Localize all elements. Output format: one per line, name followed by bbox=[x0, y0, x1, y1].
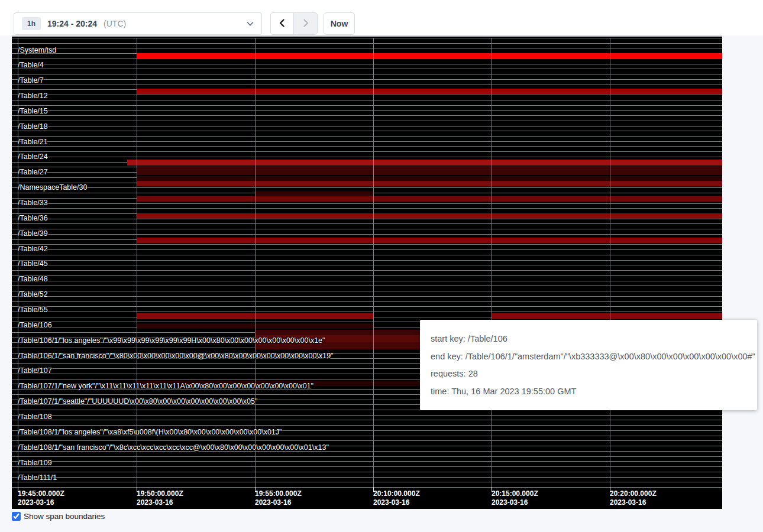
span-boundary-line bbox=[12, 306, 722, 307]
span-label: /Table/106 bbox=[18, 322, 52, 329]
heat-band bbox=[137, 176, 722, 180]
span-boundary-line bbox=[12, 291, 722, 291]
span-boundary-line bbox=[12, 126, 722, 126]
span-label: /Table/7 bbox=[18, 77, 44, 85]
span-label: /Table/39 bbox=[18, 230, 48, 238]
time-range-picker[interactable]: 1h 19:24 - 20:24 (UTC) bbox=[14, 12, 262, 35]
span-boundary-line bbox=[12, 121, 722, 121]
span-label: /System/tsd bbox=[18, 47, 56, 54]
span-label: /Table/12 bbox=[18, 92, 48, 100]
chevron-right-icon bbox=[300, 18, 311, 30]
span-label: /Table/24 bbox=[18, 153, 48, 161]
span-boundary-line bbox=[12, 270, 722, 271]
duration-badge: 1h bbox=[22, 17, 41, 30]
tooltip-requests: requests: 28 bbox=[431, 369, 746, 378]
heat-band bbox=[137, 238, 722, 243]
previous-interval-button[interactable] bbox=[270, 12, 294, 35]
axis-time-label: 19:45:00.000Z2023-03-16 bbox=[18, 489, 64, 507]
show-span-boundaries-checkbox[interactable] bbox=[12, 512, 21, 521]
span-boundary-line bbox=[12, 244, 722, 245]
span-boundary-line bbox=[12, 466, 722, 467]
axis-time-label: 20:15:00.000Z2023-03-16 bbox=[492, 489, 538, 507]
span-boundary-line bbox=[12, 100, 722, 100]
time-gridline bbox=[255, 38, 256, 487]
time-gridline bbox=[137, 38, 137, 487]
span-boundary-line bbox=[12, 69, 722, 69]
span-boundary-line bbox=[12, 38, 722, 38]
span-boundary-line bbox=[12, 249, 722, 250]
heatmap[interactable]: 19:45:00.000Z2023-03-1619:50:00.000Z2023… bbox=[12, 35, 722, 509]
span-boundary-line bbox=[12, 296, 722, 297]
chevron-left-icon bbox=[277, 18, 287, 30]
span-boundary-line bbox=[12, 85, 722, 85]
now-button[interactable]: Now bbox=[324, 12, 355, 35]
span-label: /Table/106/1/"san francisco"/"\x80\x00\x… bbox=[18, 352, 334, 360]
span-boundary-line bbox=[12, 275, 722, 276]
span-boundary-line bbox=[12, 234, 722, 235]
span-boundary-line bbox=[12, 203, 722, 204]
span-boundary-line bbox=[12, 229, 722, 229]
span-label: /Table/33 bbox=[18, 199, 48, 207]
span-boundary-line bbox=[12, 157, 722, 157]
span-label: /Table/21 bbox=[18, 138, 48, 146]
time-nav-group bbox=[270, 12, 318, 35]
span-boundary-line bbox=[12, 301, 722, 302]
span-boundary-line bbox=[12, 477, 722, 478]
span-boundary-line bbox=[12, 312, 722, 312]
time-gridline bbox=[492, 38, 492, 487]
span-label: /Table/111/1 bbox=[18, 474, 57, 482]
span-boundary-line bbox=[12, 115, 722, 116]
span-label: /Table/52 bbox=[18, 291, 48, 299]
span-boundary-line bbox=[12, 281, 722, 281]
span-boundary-line bbox=[12, 260, 722, 261]
show-span-boundaries-label[interactable]: Show span boundaries bbox=[24, 512, 105, 521]
span-label: /Table/4 bbox=[18, 61, 44, 69]
span-label: /Table/45 bbox=[18, 260, 48, 268]
tooltip-start-key: start key: /Table/106 bbox=[431, 334, 746, 343]
span-label: /Table/15 bbox=[18, 108, 48, 115]
heat-band bbox=[137, 196, 722, 202]
span-tooltip: start key: /Table/106 end key: /Table/10… bbox=[420, 320, 757, 410]
span-boundary-line bbox=[12, 425, 722, 426]
span-boundary-line bbox=[12, 265, 722, 265]
span-boundary-line bbox=[12, 482, 722, 482]
span-boundary-line bbox=[12, 472, 722, 472]
heat-band bbox=[137, 181, 722, 186]
span-label: /Table/109 bbox=[18, 459, 52, 467]
timezone-label: (UTC) bbox=[104, 19, 126, 28]
toolbar: 1h 19:24 - 20:24 (UTC) Now bbox=[0, 0, 763, 35]
span-boundary-line bbox=[12, 415, 722, 416]
span-label: /Table/42 bbox=[18, 245, 48, 253]
span-boundary-line bbox=[12, 146, 722, 147]
span-boundary-line bbox=[12, 208, 722, 209]
span-label: /Table/107 bbox=[18, 367, 52, 375]
heat-band bbox=[127, 160, 722, 166]
span-boundary-line bbox=[12, 79, 722, 80]
span-label: /Table/27 bbox=[18, 168, 48, 176]
key-visualizer-page: 1h 19:24 - 20:24 (UTC) Now 19:45:00.000Z… bbox=[0, 0, 763, 532]
span-boundary-line bbox=[12, 131, 722, 131]
heat-band bbox=[492, 313, 722, 319]
span-boundary-line bbox=[12, 74, 722, 74]
time-gridline bbox=[373, 38, 374, 487]
span-boundary-line bbox=[12, 95, 722, 95]
tooltip-end-key: end key: /Table/106/1/"amsterdam"/"\xb33… bbox=[431, 352, 746, 361]
span-boundary-line bbox=[12, 64, 722, 64]
heat-band bbox=[137, 166, 722, 175]
span-boundary-line bbox=[12, 440, 722, 441]
heat-band bbox=[255, 192, 373, 196]
heat-band bbox=[137, 213, 722, 219]
axis-time-label: 19:55:00.000Z2023-03-16 bbox=[255, 489, 302, 507]
span-label: /Table/48 bbox=[18, 275, 48, 283]
span-boundary-line bbox=[12, 487, 722, 488]
span-label: /NamespaceTable/30 bbox=[18, 184, 87, 192]
span-label: /Table/36 bbox=[18, 215, 48, 222]
span-boundary-line bbox=[12, 48, 722, 48]
next-interval-button[interactable] bbox=[294, 12, 318, 35]
axis-time-label: 20:10:00.000Z2023-03-16 bbox=[373, 489, 420, 507]
span-boundary-line bbox=[12, 136, 722, 137]
time-range-text: 19:24 - 20:24 bbox=[47, 19, 97, 28]
chevron-down-icon bbox=[247, 21, 254, 26]
span-label: /Table/55 bbox=[18, 306, 48, 314]
span-label: /Table/108/1/"los angeles"/"\xa8\xf5\u00… bbox=[18, 429, 282, 436]
